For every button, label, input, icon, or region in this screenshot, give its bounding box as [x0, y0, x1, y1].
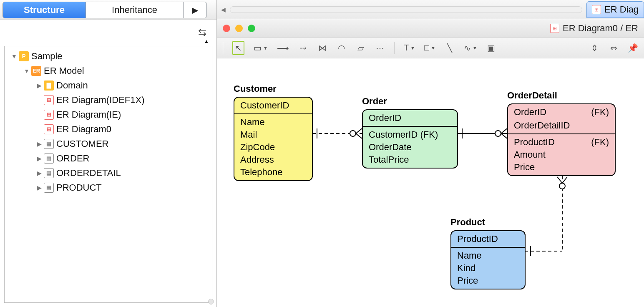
editor-tabstrip: ◀ ⊞ ER Diag [217, 0, 644, 19]
tab-inheritance[interactable]: Inheritance [86, 2, 184, 18]
er-diagram-icon: ⊞ [550, 24, 559, 33]
entity-title: Order [362, 96, 458, 107]
tool-entity[interactable]: ▭▼ [254, 41, 268, 55]
tab-scrollbar[interactable] [230, 6, 582, 13]
table-icon: ▤ [44, 168, 54, 178]
entity-customer[interactable]: Customer CustomerID Name Mail ZipCode Ad… [234, 83, 313, 181]
er-diagram-icon: ⊞ [44, 95, 54, 105]
tool-image[interactable]: ▣ [486, 41, 496, 55]
left-sidebar: Structure Inheritance ▶ ⇆ ▲ ▼ P Sample ▼… [0, 0, 217, 307]
svg-line-9 [501, 133, 507, 138]
entity-orderdetail[interactable]: OrderDetail OrderID(FK) OrderDetailID Pr… [507, 90, 616, 176]
tree-label: PRODUCT [56, 182, 102, 193]
tool-align-vertical[interactable]: ⇕ [589, 41, 599, 55]
tree-label: ER Diagram(IE) [56, 109, 121, 120]
relation-order-orderdetail[interactable] [458, 125, 508, 142]
editor-area: ◀ ⊞ ER Diag ⊞ ER Diagram0 / ER ↖ ▭▼ ⟶ ⤍ [217, 0, 644, 307]
svg-line-4 [356, 133, 362, 138]
relation-product-orderdetail[interactable] [525, 176, 579, 259]
tree-node-orderdetail[interactable]: ▶ ▤ ORDERDETAIL [8, 166, 209, 180]
svg-line-3 [356, 128, 362, 133]
tab-more[interactable]: ▶ [184, 2, 207, 18]
entity-order[interactable]: Order OrderID CustomerID (FK) OrderDate … [362, 96, 458, 169]
tool-align-horizontal[interactable]: ⇔ [609, 41, 619, 55]
attribute: ZipCode [234, 141, 312, 154]
minimize-window-button[interactable] [235, 25, 243, 32]
er-model-icon: ER [31, 66, 41, 76]
tab-structure[interactable]: Structure [3, 2, 86, 18]
swap-icon[interactable]: ⇆ [198, 27, 206, 38]
editor-tab-erdiag[interactable]: ⊞ ER Diag [586, 1, 644, 18]
tool-line[interactable]: ╲ [445, 41, 455, 55]
er-diagram-icon: ⊞ [44, 110, 54, 120]
svg-line-8 [501, 128, 507, 133]
tree-label: Sample [31, 51, 63, 62]
attribute: Mail [234, 128, 312, 141]
svg-point-2 [350, 131, 356, 136]
editor-tab-label: ER Diag [604, 4, 639, 15]
tree-node-product[interactable]: ▶ ▤ PRODUCT [8, 180, 209, 195]
sidebar-toolbar: ⇆ ▲ [0, 20, 216, 45]
tree-node-domain[interactable]: ▶ ▇ Domain [8, 78, 209, 93]
close-window-button[interactable] [223, 25, 230, 32]
tool-subtype[interactable]: ◠ [337, 41, 347, 55]
tool-pointer[interactable]: ↖ [232, 41, 244, 55]
table-icon: ▤ [44, 183, 54, 193]
tool-relation-ident[interactable]: ⤍ [298, 41, 308, 55]
tree-label: ER Diagram(IDEF1X) [56, 95, 144, 106]
tool-relation-many[interactable]: ⋈ [317, 41, 327, 55]
attribute: Name [451, 249, 525, 262]
attribute: OrderDate [363, 141, 457, 154]
attribute: Price [451, 274, 525, 287]
panel-menu-icon[interactable]: ▲ [204, 38, 209, 44]
tree-node-diagram-ie[interactable]: ▶ ⊞ ER Diagram(IE) [8, 107, 209, 122]
attribute: CustomerID (FK) [363, 128, 457, 141]
tree-node-ermodel[interactable]: ▼ ER ER Model [8, 63, 209, 78]
sidebar-tabbar: Structure Inheritance ▶ [0, 0, 216, 20]
tree-node-sample[interactable]: ▼ P Sample [8, 49, 209, 63]
entity-product[interactable]: Product ProductID Name Kind Price [450, 217, 526, 289]
tool-rect[interactable]: □▼ [424, 41, 435, 55]
diagram-toolbar: ↖ ▭▼ ⟶ ⤍ ⋈ ◠ ▱ ⋯ T▼ □▼ ╲ ∿▼ ▣ ⇕ ⇔ 📌 [217, 38, 644, 58]
tree-node-diagram0[interactable]: ▶ ⊞ ER Diagram0 [8, 122, 209, 136]
tree-label: CUSTOMER [56, 138, 109, 149]
resize-handle[interactable] [208, 299, 214, 304]
attribute: Name [234, 116, 312, 128]
tool-pin[interactable]: 📌 [628, 41, 638, 55]
attribute: Kind [451, 262, 525, 274]
attribute: Telephone [234, 166, 312, 179]
attribute: Amount [508, 148, 615, 161]
attribute: ProductID(FK) [508, 136, 615, 148]
tree-node-order[interactable]: ▶ ▤ ORDER [8, 151, 209, 166]
table-icon: ▤ [44, 139, 54, 149]
project-icon: P [19, 51, 29, 61]
diagram-canvas[interactable]: Customer CustomerID Name Mail ZipCode Ad… [217, 58, 644, 307]
svg-line-14 [562, 177, 567, 183]
svg-point-12 [559, 183, 565, 189]
separator [394, 42, 395, 54]
folder-icon: ▇ [44, 81, 54, 91]
entity-title: OrderDetail [507, 90, 616, 101]
separator [223, 42, 223, 54]
zoom-window-button[interactable] [248, 25, 255, 32]
er-diagram-icon: ⊞ [592, 5, 601, 14]
tool-text[interactable]: T▼ [404, 41, 415, 55]
window-controls [223, 25, 255, 32]
tree-label: Domain [56, 80, 88, 91]
tool-freehand[interactable]: ∿▼ [464, 41, 477, 55]
pk-attribute: CustomerID [234, 98, 312, 114]
tool-relation-nonident[interactable]: ⟶ [277, 41, 289, 55]
scroll-left-icon[interactable]: ◀ [217, 6, 230, 13]
tool-note[interactable]: ▱ [356, 41, 366, 55]
tool-more[interactable]: ⋯ [375, 41, 385, 55]
project-tree[interactable]: ▼ P Sample ▼ ER ER Model ▶ ▇ Domain ▶ ⊞ … [4, 46, 212, 303]
tree-node-customer[interactable]: ▶ ▤ CUSTOMER [8, 136, 209, 151]
er-diagram-icon: ⊞ [44, 124, 54, 134]
tree-label: ORDER [56, 153, 89, 164]
svg-point-7 [495, 131, 501, 136]
entity-title: Customer [234, 83, 313, 94]
relation-customer-order[interactable] [313, 125, 363, 142]
table-icon: ▤ [44, 154, 54, 164]
tree-node-diagram-idef1x[interactable]: ▶ ⊞ ER Diagram(IDEF1X) [8, 93, 209, 107]
pk-attribute: OrderID [363, 110, 457, 127]
